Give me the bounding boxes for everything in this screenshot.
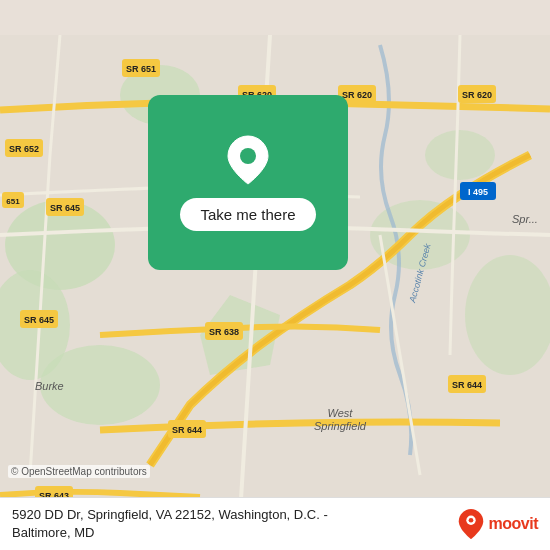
moovit-brand-text: moovit <box>489 515 538 533</box>
svg-text:Spr...: Spr... <box>512 213 538 225</box>
svg-text:SR 645: SR 645 <box>24 315 54 325</box>
svg-point-8 <box>425 130 495 180</box>
svg-text:SR 644: SR 644 <box>172 425 202 435</box>
map-container: SR 651 SR 652 SR 620 SR 620 SR 620 651 S… <box>0 0 550 550</box>
moovit-pin-icon <box>457 508 485 540</box>
map-pin-icon <box>226 134 270 186</box>
take-me-there-button[interactable]: Take me there <box>180 198 315 231</box>
svg-text:SR 620: SR 620 <box>342 90 372 100</box>
svg-text:SR 645: SR 645 <box>50 203 80 213</box>
svg-text:West: West <box>328 407 354 419</box>
info-bar: 5920 DD Dr, Springfield, VA 22152, Washi… <box>0 497 550 550</box>
osm-attribution: © OpenStreetMap contributors <box>8 465 150 478</box>
svg-point-42 <box>468 518 473 523</box>
svg-text:SR 652: SR 652 <box>9 144 39 154</box>
svg-text:SR 644: SR 644 <box>452 380 482 390</box>
svg-text:SR 651: SR 651 <box>126 64 156 74</box>
moovit-logo: moovit <box>457 508 538 540</box>
svg-text:651: 651 <box>6 197 20 206</box>
svg-text:Burke: Burke <box>35 380 64 392</box>
address-text: 5920 DD Dr, Springfield, VA 22152, Washi… <box>12 506 328 542</box>
svg-point-40 <box>240 148 256 164</box>
svg-text:SR 638: SR 638 <box>209 327 239 337</box>
location-panel: Take me there <box>148 95 348 270</box>
svg-text:I 495: I 495 <box>468 187 488 197</box>
svg-text:Springfield: Springfield <box>314 420 367 432</box>
svg-text:SR 620: SR 620 <box>462 90 492 100</box>
